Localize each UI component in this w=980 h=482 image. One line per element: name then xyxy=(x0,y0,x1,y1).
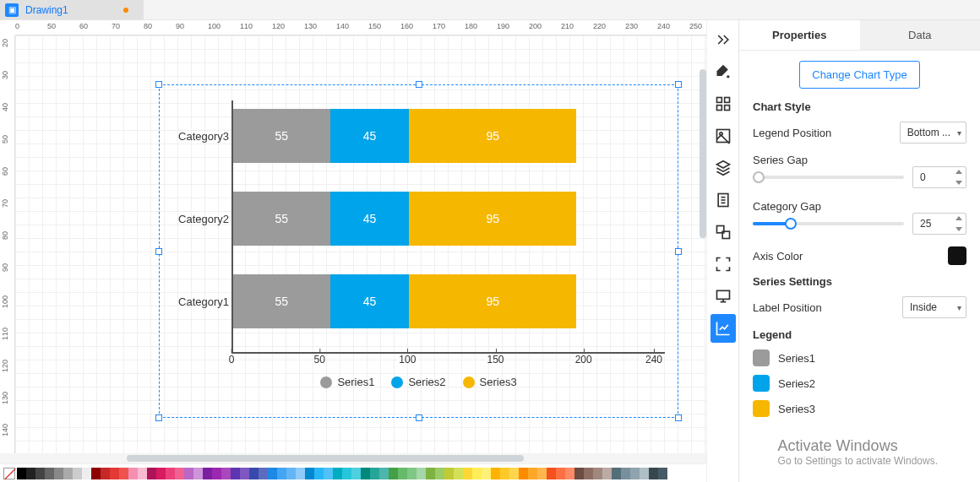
palette-color[interactable] xyxy=(249,468,259,479)
palette-color[interactable] xyxy=(45,468,54,479)
palette-color[interactable] xyxy=(612,468,621,479)
bar-segment[interactable]: 95 xyxy=(409,109,576,163)
palette-color[interactable] xyxy=(193,468,203,479)
palette-color[interactable] xyxy=(519,468,528,479)
palette-color[interactable] xyxy=(407,468,416,479)
palette-color[interactable] xyxy=(593,468,602,479)
palette-color[interactable] xyxy=(389,468,398,479)
bar-segment[interactable]: 45 xyxy=(330,274,410,328)
palette-color[interactable] xyxy=(416,468,426,479)
resize-handle[interactable] xyxy=(675,414,682,421)
bar-segment[interactable]: 55 xyxy=(233,192,330,246)
palette-color[interactable] xyxy=(277,468,286,479)
chart-tool-button[interactable] xyxy=(710,314,736,343)
palette-color[interactable] xyxy=(268,468,277,479)
palette-color[interactable] xyxy=(342,468,351,479)
series-color-swatch[interactable] xyxy=(753,375,770,392)
palette-color[interactable] xyxy=(119,468,128,479)
palette-color[interactable] xyxy=(482,468,491,479)
palette-color[interactable] xyxy=(426,468,435,479)
collapse-panel-button[interactable] xyxy=(710,25,736,54)
palette-color[interactable] xyxy=(175,468,184,479)
palette-color[interactable] xyxy=(509,468,519,479)
palette-color[interactable] xyxy=(630,468,640,479)
grid-tool-button[interactable] xyxy=(710,89,736,118)
legend-series-row[interactable]: Series3 xyxy=(753,400,966,417)
series-color-swatch[interactable] xyxy=(753,349,770,366)
resize-handle[interactable] xyxy=(675,248,682,255)
palette-color[interactable] xyxy=(398,468,407,479)
palette-color[interactable] xyxy=(35,468,45,479)
palette-color[interactable] xyxy=(379,468,389,479)
document-tab[interactable]: ▣ Drawing1 xyxy=(0,0,144,19)
tab-data[interactable]: Data xyxy=(860,20,981,50)
color-palette[interactable] xyxy=(0,463,706,482)
palette-color[interactable] xyxy=(63,468,73,479)
palette-color[interactable] xyxy=(110,468,119,479)
stacked-bar-chart[interactable]: Category3554595Category2554595Category15… xyxy=(172,100,665,407)
palette-color[interactable] xyxy=(26,468,35,479)
palette-color[interactable] xyxy=(73,468,82,479)
series-color-swatch[interactable] xyxy=(753,400,770,417)
palette-color[interactable] xyxy=(156,468,166,479)
focus-tool-button[interactable] xyxy=(710,250,736,279)
bar-segment[interactable]: 55 xyxy=(233,109,330,163)
palette-color[interactable] xyxy=(324,468,333,479)
palette-color[interactable] xyxy=(435,468,444,479)
palette-color[interactable] xyxy=(574,468,584,479)
bar-segment[interactable]: 45 xyxy=(330,109,410,163)
drawing-canvas[interactable]: Category3554595Category2554595Category15… xyxy=(15,35,706,453)
tab-properties[interactable]: Properties xyxy=(739,20,860,50)
palette-color[interactable] xyxy=(82,468,91,479)
legend-series-row[interactable]: Series2 xyxy=(753,375,966,392)
palette-color[interactable] xyxy=(528,468,537,479)
palette-color[interactable] xyxy=(491,468,500,479)
bar-segment[interactable]: 95 xyxy=(409,274,576,328)
palette-color[interactable] xyxy=(231,468,240,479)
palette-color[interactable] xyxy=(640,468,649,479)
selection-box[interactable]: Category3554595Category2554595Category15… xyxy=(159,84,678,418)
fill-tool-button[interactable] xyxy=(710,57,736,86)
palette-color[interactable] xyxy=(296,468,305,479)
resize-handle[interactable] xyxy=(416,81,422,88)
category-gap-slider[interactable] xyxy=(753,222,904,225)
palette-color[interactable] xyxy=(184,468,193,479)
palette-color[interactable] xyxy=(286,468,296,479)
palette-color[interactable] xyxy=(54,468,63,479)
palette-color[interactable] xyxy=(91,468,101,479)
palette-color[interactable] xyxy=(221,468,231,479)
resize-handle[interactable] xyxy=(675,81,682,88)
palette-color[interactable] xyxy=(658,468,667,479)
palette-color[interactable] xyxy=(351,468,361,479)
palette-color[interactable] xyxy=(17,468,26,479)
palette-color[interactable] xyxy=(649,468,658,479)
palette-color[interactable] xyxy=(444,468,454,479)
palette-color[interactable] xyxy=(500,468,509,479)
layers-tool-button[interactable] xyxy=(710,154,736,182)
bar-segment[interactable]: 45 xyxy=(330,192,410,246)
palette-color[interactable] xyxy=(556,468,565,479)
axis-color-swatch[interactable] xyxy=(948,246,966,265)
palette-color[interactable] xyxy=(472,468,482,479)
no-fill-swatch[interactable] xyxy=(3,468,15,479)
change-chart-type-button[interactable]: Change Chart Type xyxy=(799,61,920,89)
palette-color[interactable] xyxy=(537,468,547,479)
horizontal-scrollbar[interactable] xyxy=(0,453,706,463)
palette-color[interactable] xyxy=(333,468,342,479)
palette-color[interactable] xyxy=(547,468,556,479)
palette-color[interactable] xyxy=(259,468,268,479)
palette-color[interactable] xyxy=(565,468,574,479)
palette-color[interactable] xyxy=(361,468,370,479)
bar-segment[interactable]: 95 xyxy=(409,192,576,246)
resize-handle[interactable] xyxy=(155,414,162,421)
palette-color[interactable] xyxy=(128,468,138,479)
palette-color[interactable] xyxy=(138,468,147,479)
category-gap-input[interactable]: 25 xyxy=(912,213,966,235)
palette-color[interactable] xyxy=(454,468,463,479)
resize-handle[interactable] xyxy=(155,248,162,255)
present-tool-button[interactable] xyxy=(710,282,736,311)
palette-color[interactable] xyxy=(370,468,379,479)
palette-color[interactable] xyxy=(240,468,249,479)
palette-color[interactable] xyxy=(101,468,110,479)
series-gap-input[interactable]: 0 xyxy=(912,166,966,188)
